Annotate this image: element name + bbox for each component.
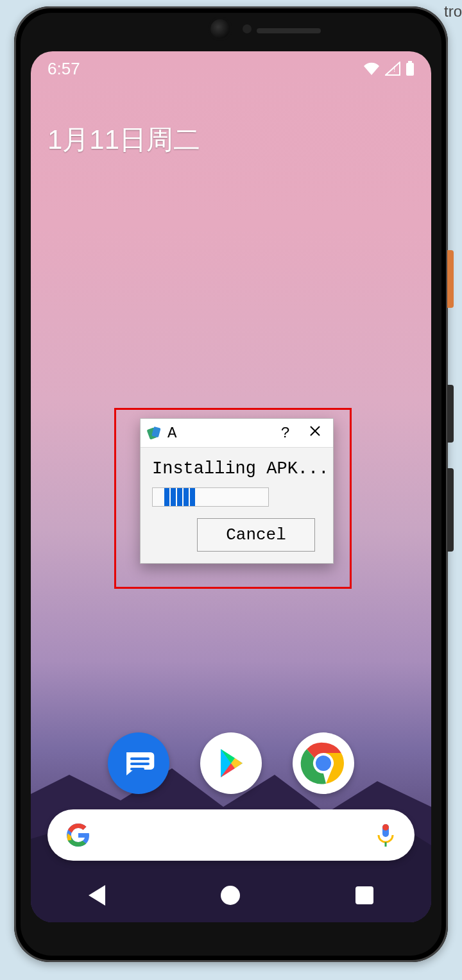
power-button xyxy=(447,250,454,308)
svg-rect-3 xyxy=(130,757,150,760)
front-sensors xyxy=(210,19,252,38)
dialog-close-button[interactable] xyxy=(304,425,327,442)
battery-icon xyxy=(406,61,415,76)
status-time: 6:57 xyxy=(47,59,80,79)
nav-back-button[interactable] xyxy=(89,885,105,906)
progress-stripes-icon xyxy=(164,488,203,506)
nav-recents-button[interactable] xyxy=(355,886,373,904)
svg-rect-5 xyxy=(130,768,144,770)
play-store-icon xyxy=(213,745,249,781)
install-progress-bar xyxy=(152,487,269,507)
cropped-background-text: tro xyxy=(444,3,462,21)
svg-rect-10 xyxy=(382,824,389,831)
status-icons: ! xyxy=(363,61,415,76)
page-root: tro 6:57 ! xyxy=(0,0,462,980)
volume-down-button xyxy=(447,468,454,552)
svg-point-8 xyxy=(316,756,331,771)
messages-app[interactable] xyxy=(108,732,169,794)
svg-rect-11 xyxy=(385,842,387,847)
cell-signal-icon: ! xyxy=(385,62,400,76)
cancel-button[interactable]: Cancel xyxy=(197,518,315,552)
sensor-dot-icon xyxy=(243,24,252,33)
chrome-icon xyxy=(300,740,346,786)
dialog-titlebar[interactable]: A ? xyxy=(141,419,333,448)
install-apk-dialog: A ? Installing APK... Cancel xyxy=(140,418,334,564)
status-bar: 6:57 ! xyxy=(31,51,431,86)
volume-up-button xyxy=(447,385,454,443)
wifi-icon xyxy=(363,62,380,76)
svg-text:!: ! xyxy=(393,65,395,74)
front-camera-icon xyxy=(210,19,230,38)
app-dock xyxy=(31,732,431,794)
phone-frame: 6:57 ! 1月11日周二 xyxy=(14,6,448,962)
scrcpy-icon xyxy=(147,426,161,440)
svg-rect-2 xyxy=(408,61,412,63)
svg-rect-4 xyxy=(130,763,150,765)
home-circle-icon xyxy=(221,886,240,905)
close-icon xyxy=(309,425,321,437)
dialog-body: Installing APK... Cancel xyxy=(141,448,333,563)
chrome-app[interactable] xyxy=(293,732,354,794)
mic-icon[interactable] xyxy=(375,822,397,848)
recents-square-icon xyxy=(355,886,373,904)
dialog-message: Installing APK... xyxy=(152,459,321,478)
google-g-icon xyxy=(65,822,91,848)
play-store-app[interactable] xyxy=(200,732,262,794)
back-triangle-icon xyxy=(89,885,105,906)
phone-screen: 6:57 ! 1月11日周二 xyxy=(31,51,431,922)
dialog-title: A xyxy=(167,425,176,442)
android-nav-bar xyxy=(31,868,431,922)
home-date: 1月11日周二 xyxy=(47,122,200,158)
earpiece-speaker xyxy=(257,28,321,33)
svg-rect-1 xyxy=(406,63,414,76)
messages-icon xyxy=(121,746,156,781)
nav-home-button[interactable] xyxy=(221,886,240,905)
dialog-help-button[interactable]: ? xyxy=(274,425,297,442)
google-search-bar[interactable] xyxy=(47,809,415,861)
